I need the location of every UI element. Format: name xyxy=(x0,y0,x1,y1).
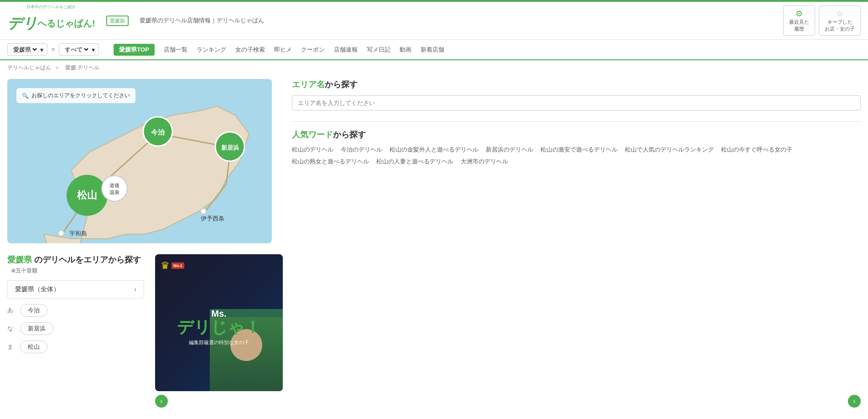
keep-line1: キープした xyxy=(827,19,852,26)
logo-tagline: 日本中のデリヘルをご紹介 xyxy=(26,4,76,10)
nav-link-top[interactable]: 愛媛県TOP xyxy=(114,44,155,56)
map-hint-text: お探しのエリアをクリックしてください xyxy=(31,92,130,100)
svg-point-14 xyxy=(58,230,64,236)
nav-link-sokuho[interactable]: 店舗速報 xyxy=(334,46,358,54)
popular-word-6[interactable]: 松山で人気のデリヘルランキング xyxy=(625,146,714,154)
area-tag-matsuyama[interactable]: 松山 xyxy=(20,340,47,353)
ad-title-text: デリじゃ！ xyxy=(177,319,261,335)
area-row-a: あ 今治 xyxy=(7,304,144,317)
nav-link-coupon[interactable]: クーポン xyxy=(301,46,325,54)
area-search-title: エリア名から探す xyxy=(292,79,861,90)
ad-prev-button[interactable]: ‹ xyxy=(155,395,168,408)
prefecture-select[interactable]: 愛媛県 ▾ xyxy=(7,43,47,56)
logo-suffix: へるじゃぱん! xyxy=(37,17,95,30)
area-search-section: エリア名から探す xyxy=(292,79,861,110)
popular-words-title: 人気ワードから探す xyxy=(292,129,861,140)
right-panel: エリア名から探す 人気ワードから探す 松山のデリヘル 今治のデリヘル 松山の金髪… xyxy=(292,79,861,243)
nav-link-ranking[interactable]: ランキング xyxy=(197,46,226,54)
area-kana-na: な xyxy=(7,325,15,333)
svg-text:宇和島: 宇和島 xyxy=(69,230,87,237)
area-all-button[interactable]: 愛媛県（全体） › xyxy=(7,280,144,299)
popular-word-3[interactable]: 松山の金髪外人と遊べるデリヘル xyxy=(390,146,478,154)
popular-word-8[interactable]: 松山の熟女と遊べるデリヘル xyxy=(292,157,369,166)
area-search-input[interactable] xyxy=(292,95,861,110)
area-all-arrow-icon: › xyxy=(134,285,136,293)
nav-link-photo-diary[interactable]: 写メ日記 xyxy=(367,46,390,54)
nav-link-girl-search[interactable]: 女の子検索 xyxy=(235,46,265,54)
popular-word-2[interactable]: 今治のデリヘル xyxy=(341,146,382,154)
svg-text:松山: 松山 xyxy=(77,189,97,201)
area-all-label: 愛媛県（全体） xyxy=(15,285,60,293)
breadcrumb-current: 愛媛 デリヘル xyxy=(65,64,99,71)
nav-links: 愛媛県TOP 店舗一覧 ランキング 女の子検索 即ヒメ クーポン 店舗速報 写メ… xyxy=(114,44,444,56)
ad-next-button[interactable]: › xyxy=(848,395,861,408)
recent-history-button[interactable]: ⚙ 最近見た 履歴 xyxy=(783,5,815,36)
breadcrumb: デリヘルじゃぱん ＞ 愛媛 デリヘル xyxy=(0,60,868,75)
popular-word-7[interactable]: 松山の今すぐ呼べる女の子 xyxy=(721,146,792,154)
popular-word-4[interactable]: 新居浜のデリヘル xyxy=(486,146,533,154)
area-kana-ma: ま xyxy=(7,343,15,351)
bottom-section: 愛媛県 のデリヘルをエリアから探す ※五十音順 愛媛県（全体） › あ 今治 な… xyxy=(0,247,868,415)
ad-subtitle-text: 編集部厳選の特別な女の子 xyxy=(177,339,261,346)
nav-link-stores[interactable]: 店舗一覧 xyxy=(164,46,187,54)
svg-text:今治: 今治 xyxy=(151,128,165,136)
area-list-title: 愛媛県 のデリヘルをエリアから探す ※五十音順 xyxy=(7,254,144,275)
svg-text:伊予西条: 伊予西条 xyxy=(201,215,224,222)
header-title: 愛媛県のデリヘル店舗情報｜デリヘルじゃぱん xyxy=(140,16,264,25)
popular-words-section: 人気ワードから探す 松山のデリヘル 今治のデリヘル 松山の金髪外人と遊べるデリヘ… xyxy=(292,129,861,166)
clear-button[interactable]: × xyxy=(51,46,55,54)
area-list-pref: 愛媛県 xyxy=(7,255,32,264)
edition-badge[interactable]: 愛媛版 xyxy=(106,16,129,26)
svg-text:温泉: 温泉 xyxy=(109,189,120,195)
svg-text:道後: 道後 xyxy=(109,183,120,188)
keep-icon: ☆ xyxy=(836,9,843,19)
svg-point-9 xyxy=(102,176,127,201)
chevron-down-icon: ▾ xyxy=(40,46,43,53)
popular-word-1[interactable]: 松山のデリヘル xyxy=(292,146,333,154)
type-dropdown[interactable]: すべて xyxy=(63,46,90,53)
area-kana-a: あ xyxy=(7,306,15,314)
ad-banner[interactable]: ♛ No.1 Ms. デリじゃ！ 編集部厳選の特別な女の子 xyxy=(155,254,283,391)
area-row-ma: ま 松山 xyxy=(7,340,144,353)
ad-nav: ‹ › xyxy=(155,395,861,408)
header: 日本中のデリヘルをご紹介 デリ へるじゃぱん! 愛媛版 愛媛県のデリヘル店舗情報… xyxy=(0,2,868,40)
ad-crown-icon: ♛ xyxy=(161,260,170,272)
map-container[interactable]: 松山 今治 新居浜 道後 温泉 伊予西条 宇和島 🔍 xyxy=(7,79,272,243)
area-tag-imabari[interactable]: 今治 xyxy=(20,304,47,317)
main-content: 松山 今治 新居浜 道後 温泉 伊予西条 宇和島 🔍 xyxy=(0,75,868,247)
area-list-suffix: のデリヘルをエリアから探す xyxy=(34,255,141,264)
popular-word-10[interactable]: 大洲市のデリヘル xyxy=(461,157,508,166)
nav-link-new-stores[interactable]: 新着店舗 xyxy=(421,46,444,54)
prefecture-dropdown[interactable]: 愛媛県 xyxy=(11,46,38,53)
area-list-note: ※五十音順 xyxy=(11,267,37,274)
nav-link-video[interactable]: 動画 xyxy=(400,46,411,54)
area-list-section: 愛媛県 のデリヘルをエリアから探す ※五十音順 愛媛県（全体） › あ 今治 な… xyxy=(7,254,144,359)
ad-no1-badge: No.1 xyxy=(172,262,184,269)
popular-title-highlight: 人気ワード xyxy=(292,130,333,139)
type-select[interactable]: すべて ▾ xyxy=(59,43,99,56)
map-click-hint: 🔍 お探しのエリアをクリックしてください xyxy=(16,88,135,103)
map-hint-icon: 🔍 xyxy=(22,93,29,99)
recent-line1: 最近見た xyxy=(789,19,809,26)
keep-line2: お店・女の子 xyxy=(825,26,855,32)
map-area: 松山 今治 新居浜 道後 温泉 伊予西条 宇和島 🔍 xyxy=(7,79,281,243)
logo-prefix: デリ xyxy=(7,14,37,34)
keep-button[interactable]: ☆ キープした お店・女の子 xyxy=(819,5,861,36)
area-search-title-highlight: エリア名 xyxy=(292,80,325,89)
nav-bar: 愛媛県 ▾ × すべて ▾ 愛媛県TOP 店舗一覧 ランキング 女の子検索 即ヒ… xyxy=(0,40,868,60)
popular-word-5[interactable]: 松山の激安で遊べるデリヘル xyxy=(541,146,618,154)
area-row-na: な 新居浜 xyxy=(7,322,144,335)
type-chevron-icon: ▾ xyxy=(92,46,95,53)
popular-word-9[interactable]: 松山の人妻と遊べるデリヘル xyxy=(376,157,453,166)
header-right: ⚙ 最近見た 履歴 ☆ キープした お店・女の子 xyxy=(783,5,861,36)
area-tag-niihama[interactable]: 新居浜 xyxy=(20,322,53,335)
popular-words-list: 松山のデリヘル 今治のデリヘル 松山の金髪外人と遊べるデリヘル 新居浜のデリヘル… xyxy=(292,146,861,166)
breadcrumb-home[interactable]: デリヘルじゃぱん xyxy=(7,64,51,71)
svg-text:新居浜: 新居浜 xyxy=(221,144,239,151)
recent-line2: 履歴 xyxy=(794,26,804,32)
logo[interactable]: 日本中のデリヘルをご紹介 デリ へるじゃぱん! xyxy=(7,8,95,34)
nav-link-sokuhime[interactable]: 即ヒメ xyxy=(274,46,292,54)
recent-icon: ⚙ xyxy=(795,9,803,19)
svg-point-12 xyxy=(201,209,206,214)
divider xyxy=(292,121,861,122)
